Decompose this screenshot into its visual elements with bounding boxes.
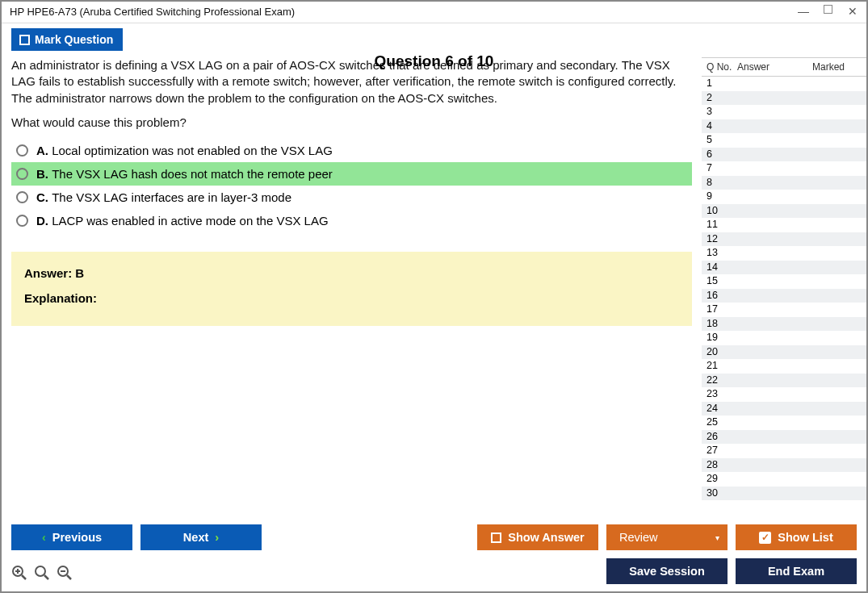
maximize-icon[interactable] xyxy=(824,5,832,14)
option-label: D. LACP was enabled in active mode on th… xyxy=(36,214,329,228)
question-list-panel: Q No. Answer Marked 12345678910111213141… xyxy=(702,57,866,516)
mark-question-label: Mark Question xyxy=(35,33,113,46)
minimize-icon[interactable]: — xyxy=(798,5,809,18)
zoom-in-icon[interactable] xyxy=(34,565,50,585)
qlist-row[interactable]: 8 xyxy=(702,176,866,190)
options-list: A. Local optimization was not enabled on… xyxy=(11,139,692,232)
qlist-row[interactable]: 25 xyxy=(702,416,866,430)
radio-icon xyxy=(16,191,28,203)
qlist-row[interactable]: 4 xyxy=(702,119,866,134)
question-para-1: An administrator is defining a VSX LAG o… xyxy=(11,57,692,106)
svg-line-1 xyxy=(22,575,26,579)
question-para-2: What would cause this problem? xyxy=(11,115,692,131)
main-area: An administrator is defining a VSX LAG o… xyxy=(2,57,866,516)
chevron-left-icon: ‹ xyxy=(42,531,46,544)
question-text: An administrator is defining a VSX LAG o… xyxy=(11,57,692,131)
explanation-label: Explanation: xyxy=(24,291,679,305)
qlist-row[interactable]: 3 xyxy=(702,105,866,119)
qlist-row[interactable]: 30 xyxy=(702,487,866,501)
review-label: Review xyxy=(619,531,658,544)
question-counter: Question 6 of 10 xyxy=(375,52,494,70)
qlist-body[interactable]: 1234567891011121314151617181920212223242… xyxy=(702,77,866,516)
qlist-row[interactable]: 15 xyxy=(702,274,866,289)
option-d[interactable]: D. LACP was enabled in active mode on th… xyxy=(11,209,692,232)
previous-label: Previous xyxy=(52,531,102,544)
question-content: An administrator is defining a VSX LAG o… xyxy=(2,57,702,516)
qlist-row[interactable]: 14 xyxy=(702,261,866,275)
qlist-row[interactable]: 1 xyxy=(702,77,866,91)
checkbox-icon xyxy=(19,35,30,45)
qlist-row[interactable]: 21 xyxy=(702,359,866,374)
option-c[interactable]: C. The VSX LAG interfaces are in layer-3… xyxy=(11,186,692,209)
qlist-row[interactable]: 29 xyxy=(702,472,866,487)
qlist-row[interactable]: 9 xyxy=(702,190,866,204)
previous-button[interactable]: ‹ Previous xyxy=(11,524,132,550)
header-row: Mark Question Question 6 of 10 xyxy=(2,23,866,57)
qlist-row[interactable]: 22 xyxy=(702,374,866,388)
qlist-row[interactable]: 2 xyxy=(702,91,866,106)
option-label: A. Local optimization was not enabled on… xyxy=(36,144,333,157)
option-b[interactable]: B. The VSX LAG hash does not match the r… xyxy=(11,162,692,186)
show-list-label: Show List xyxy=(778,531,832,544)
qlist-row[interactable]: 28 xyxy=(702,458,866,473)
svg-line-5 xyxy=(44,575,48,579)
answer-text: Answer: B xyxy=(24,266,679,280)
qlist-row[interactable]: 5 xyxy=(702,133,866,148)
button-row-2: Save Session End Exam xyxy=(11,557,857,585)
option-label: C. The VSX LAG interfaces are in layer-3… xyxy=(36,190,291,204)
check-icon: ✓ xyxy=(759,532,771,544)
chevron-right-icon: › xyxy=(215,531,219,544)
qlist-row[interactable]: 11 xyxy=(702,218,866,232)
qlist-row[interactable]: 27 xyxy=(702,444,866,458)
save-session-label: Save Session xyxy=(629,565,705,578)
save-session-button[interactable]: Save Session xyxy=(606,558,728,584)
qlist-row[interactable]: 19 xyxy=(702,331,866,345)
show-list-button[interactable]: ✓ Show List xyxy=(736,524,857,550)
qlist-row[interactable]: 23 xyxy=(702,387,866,402)
checkbox-icon xyxy=(491,532,501,543)
option-a[interactable]: A. Local optimization was not enabled on… xyxy=(11,139,692,162)
titlebar: HP HPE6-A73 (Aruba Certified Switching P… xyxy=(2,2,866,23)
zoom-out-icon[interactable] xyxy=(57,565,73,585)
next-label: Next xyxy=(183,531,208,544)
qlist-header-answer: Answer xyxy=(737,61,795,73)
next-button[interactable]: Next › xyxy=(140,524,262,550)
qlist-header: Q No. Answer Marked xyxy=(702,58,866,77)
qlist-header-qno: Q No. xyxy=(707,61,737,73)
qlist-row[interactable]: 20 xyxy=(702,345,866,360)
option-label: B. The VSX LAG hash does not match the r… xyxy=(36,167,333,181)
qlist-row[interactable]: 17 xyxy=(702,303,866,317)
qlist-row[interactable]: 16 xyxy=(702,289,866,303)
close-icon[interactable]: ✕ xyxy=(847,5,858,18)
end-exam-button[interactable]: End Exam xyxy=(736,558,857,584)
qlist-row[interactable]: 12 xyxy=(702,232,866,247)
radio-icon xyxy=(16,215,28,227)
qlist-row[interactable]: 10 xyxy=(702,204,866,219)
qlist-row[interactable]: 6 xyxy=(702,148,866,162)
show-answer-button[interactable]: Show Answer xyxy=(477,524,598,550)
answer-panel: Answer: B Explanation: xyxy=(11,252,692,326)
mark-question-button[interactable]: Mark Question xyxy=(11,28,123,51)
radio-icon xyxy=(16,168,28,180)
qlist-row[interactable]: 18 xyxy=(702,317,866,332)
svg-point-4 xyxy=(36,566,45,576)
show-answer-label: Show Answer xyxy=(508,531,585,544)
button-row-1: ‹ Previous Next › Show Answer Review ▾ ✓… xyxy=(11,524,857,550)
zoom-reset-icon[interactable] xyxy=(11,565,27,585)
dropdown-icon: ▾ xyxy=(715,533,719,542)
window-controls: — ✕ xyxy=(798,5,858,18)
qlist-row[interactable]: 24 xyxy=(702,402,866,416)
zoom-controls xyxy=(11,565,73,585)
qlist-row[interactable]: 13 xyxy=(702,246,866,261)
radio-icon xyxy=(16,144,28,157)
window-title: HP HPE6-A73 (Aruba Certified Switching P… xyxy=(10,6,295,18)
qlist-row[interactable]: 26 xyxy=(702,430,866,445)
svg-line-7 xyxy=(67,575,71,579)
qlist-row[interactable]: 7 xyxy=(702,161,866,176)
bottom-bar: ‹ Previous Next › Show Answer Review ▾ ✓… xyxy=(2,516,866,591)
review-button[interactable]: Review ▾ xyxy=(606,524,728,550)
qlist-header-marked: Marked xyxy=(795,61,862,73)
end-exam-label: End Exam xyxy=(768,565,824,578)
